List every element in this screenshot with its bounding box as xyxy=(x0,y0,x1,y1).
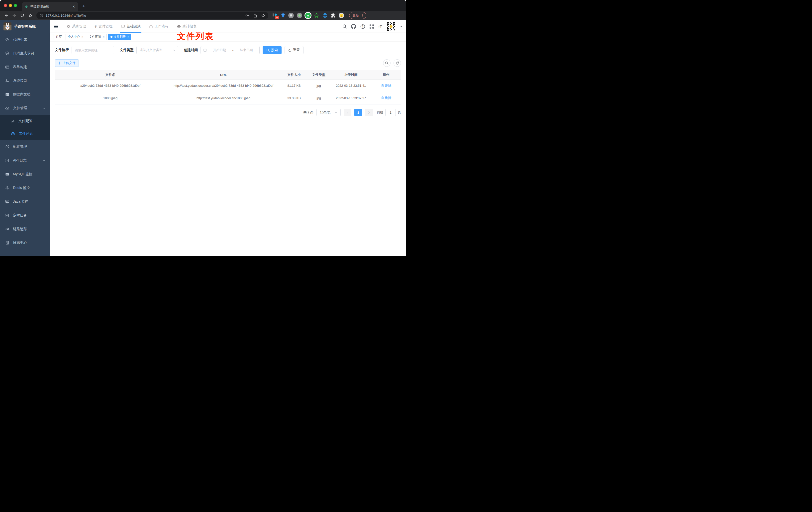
tag-profile[interactable]: 个人中心 × xyxy=(66,34,85,40)
close-icon[interactable]: × xyxy=(81,35,83,38)
sidebar-item-mysql-monitor[interactable]: MySQL 监控 xyxy=(0,167,50,181)
extension-y-icon[interactable]: y xyxy=(305,13,311,18)
reload-icon[interactable] xyxy=(19,12,26,19)
sidebar-item-tracing[interactable]: 链路追踪 xyxy=(0,222,50,236)
tag-home[interactable]: 首页 xyxy=(54,34,64,40)
prev-page-button[interactable] xyxy=(344,109,351,116)
extension-command-icon[interactable]: ⌘ xyxy=(288,13,294,18)
close-icon[interactable]: × xyxy=(102,35,104,38)
browser-menu-kebab-icon[interactable]: ⋮ xyxy=(361,14,364,18)
date-range-picker[interactable]: 开始日期 - 结束日期 xyxy=(201,46,260,54)
site-info-icon[interactable] xyxy=(39,14,43,18)
url-text[interactable]: 127.0.0.1:1024/infra/file/file xyxy=(46,14,243,18)
back-icon[interactable] xyxy=(2,12,10,19)
sidebar-item-file-list[interactable]: 文件列表 xyxy=(0,127,50,140)
sidebar-item-log-center[interactable]: 日志中心 xyxy=(0,236,50,249)
top-menu-system[interactable]: 系统管理 xyxy=(62,20,90,33)
close-window-button[interactable] xyxy=(4,4,7,7)
upload-file-button[interactable]: 上传文件 xyxy=(55,59,79,67)
reset-button[interactable]: 重置 xyxy=(285,46,303,54)
extension-dot-icon[interactable] xyxy=(297,13,302,18)
page-size-select[interactable]: 10条/页 xyxy=(316,109,341,116)
tab-close-icon[interactable]: ✕ xyxy=(71,5,76,8)
file-type-select[interactable]: 请选择文件类型 xyxy=(137,46,178,54)
sidebar-item-config-management[interactable]: 配置管理 xyxy=(0,140,50,154)
top-menu-infrastructure[interactable]: 基础设施 xyxy=(117,20,145,33)
sidebar-item-form-builder[interactable]: 表单构建 xyxy=(0,60,50,74)
cell-upload-time: 2022-03-16 23:07:27 xyxy=(330,92,371,104)
forward-icon[interactable] xyxy=(10,12,18,19)
delete-button[interactable]: 删除 xyxy=(381,95,392,101)
upload-file-label: 上传文件 xyxy=(63,61,76,65)
date-start-placeholder[interactable]: 开始日期 xyxy=(209,48,230,52)
cell-upload-time: 2022-03-16 23:51:41 xyxy=(330,80,371,92)
app-navbar: 系统管理 ¥ 支付管理 基础设施 工作流程 统计报表 xyxy=(50,20,406,33)
search-icon[interactable] xyxy=(342,24,347,29)
app-logo-row[interactable]: 芋道管理系统 xyxy=(0,20,50,33)
sidebar-item-file-config[interactable]: 文件配置 xyxy=(0,115,50,127)
extension-emoji-icon[interactable] xyxy=(339,13,344,18)
minimize-window-button[interactable] xyxy=(9,4,12,7)
calendar-icon xyxy=(203,48,207,52)
sidebar-item-scheduled-jobs[interactable]: 定时任务 xyxy=(0,208,50,222)
col-header-url: URL xyxy=(166,70,281,80)
extension-star-icon[interactable] xyxy=(314,13,319,18)
sidebar-collapse-icon[interactable] xyxy=(50,24,62,28)
new-tab-button[interactable]: + xyxy=(82,3,85,9)
delete-button[interactable]: 删除 xyxy=(381,83,392,88)
trash-icon xyxy=(381,84,384,87)
extension-eye-icon[interactable] xyxy=(322,13,328,18)
fullscreen-icon[interactable] xyxy=(369,24,374,29)
cell-file-url: http://test.yudao.iocoder.cn/1000.jpeg xyxy=(166,92,281,104)
top-menu-reports[interactable]: 统计报表 xyxy=(173,20,201,33)
sidebar-item-db-doc[interactable]: 数据库文档 xyxy=(0,88,50,101)
top-menu-workflow[interactable]: 工作流程 xyxy=(145,20,173,33)
top-menu-payment[interactable]: ¥ 支付管理 xyxy=(90,20,117,33)
sidebar-item-label: 链路追踪 xyxy=(13,227,27,231)
sidebar-item-label: 定时任务 xyxy=(13,213,27,218)
sidebar-item-label: API 日志 xyxy=(13,158,26,163)
col-header-time: 上传时间 xyxy=(330,70,371,80)
gear-icon xyxy=(66,25,70,28)
browser-tab[interactable]: 芋道管理系统 ✕ xyxy=(22,2,78,11)
bookmark-star-icon[interactable] xyxy=(261,13,265,18)
tag-file-config[interactable]: 文件配置 × xyxy=(87,34,107,40)
github-icon[interactable] xyxy=(351,24,356,29)
zoom-window-button[interactable] xyxy=(14,4,17,7)
date-end-placeholder[interactable]: 结束日期 xyxy=(236,48,257,52)
tag-file-list[interactable]: 文件列表 × xyxy=(108,34,131,40)
close-icon[interactable]: × xyxy=(127,35,129,38)
refresh-table-icon[interactable] xyxy=(394,59,401,67)
sidebar-item-code-demo[interactable]: 代码生成示例 xyxy=(0,47,50,60)
sidebar-item-code-generation[interactable]: 代码生成 xyxy=(0,33,50,47)
extension-gem-icon[interactable] xyxy=(281,13,285,18)
page-number-1[interactable]: 1 xyxy=(354,109,362,116)
top-menu: 系统管理 ¥ 支付管理 基础设施 工作流程 统计报表 xyxy=(62,20,201,33)
search-button[interactable]: 搜索 xyxy=(263,46,282,54)
share-icon[interactable] xyxy=(253,13,257,18)
address-bar[interactable]: 127.0.0.1:1024/infra/file/file xyxy=(36,12,268,19)
top-menu-label: 工作流程 xyxy=(155,24,169,29)
cloud-download-icon xyxy=(5,106,9,110)
sidebar-item-api-log[interactable]: API 日志 xyxy=(0,154,50,167)
extension-tampermonkey-icon[interactable]: 11 xyxy=(272,12,278,19)
file-path-input[interactable] xyxy=(72,47,114,54)
sidebar-item-redis-monitor[interactable]: Redis 监控 xyxy=(0,181,50,195)
search-button-label: 搜索 xyxy=(271,48,278,52)
home-icon[interactable] xyxy=(26,12,34,19)
avatar[interactable] xyxy=(386,22,396,31)
password-key-icon[interactable] xyxy=(245,13,250,18)
avatar-caret-icon[interactable] xyxy=(400,26,403,27)
goto-page-input[interactable] xyxy=(385,109,396,116)
sidebar-item-system-api[interactable]: 系统接口 xyxy=(0,74,50,88)
show-search-toggle-icon[interactable] xyxy=(383,59,390,67)
extensions-puzzle-icon[interactable] xyxy=(331,13,336,18)
sidebar-item-java-monitor[interactable]: Java 监控 xyxy=(0,195,50,208)
font-size-icon[interactable]: TT xyxy=(378,24,382,29)
browser-update-button[interactable]: 更新 ⋮ xyxy=(349,12,366,19)
help-icon[interactable]: ? xyxy=(360,24,365,29)
next-page-button[interactable] xyxy=(365,109,373,116)
sidebar-item-file-management[interactable]: 文件管理 xyxy=(0,101,50,115)
file-type-placeholder: 请选择文件类型 xyxy=(140,48,162,52)
monitor-icon xyxy=(5,200,9,204)
